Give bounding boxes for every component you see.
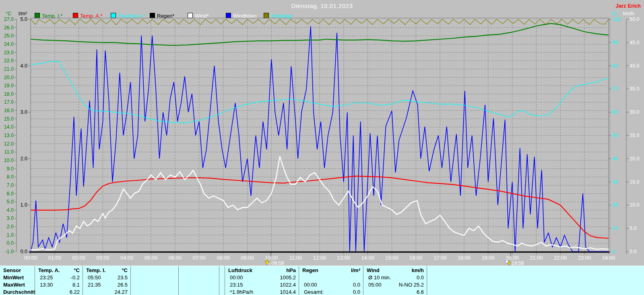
table-column-header xyxy=(427,267,644,274)
x-axis-tick-label: 12:00 xyxy=(313,255,326,261)
stat-time: 13:30 xyxy=(40,282,53,288)
table-cell-row xyxy=(427,282,644,289)
stat-value: -0.2 xyxy=(71,275,80,281)
temp-axis-tick-label: 9.0 xyxy=(7,166,14,172)
table-cell-row xyxy=(179,289,219,295)
windspeed-axis-tick-label: 50.0 xyxy=(630,16,639,22)
stat-value: 0.0 xyxy=(353,289,360,295)
table-cell-row: 23:151022.4 xyxy=(225,282,299,289)
percent-axis-tick-label: 30 xyxy=(612,179,618,185)
temp-axis-tick-label: 13.0 xyxy=(4,133,14,138)
stat-time: 05:00 xyxy=(368,282,382,288)
windspeed-axis-tick-label: 10.0 xyxy=(630,202,639,208)
windspeed-axis-tick-label: 25.0 xyxy=(630,133,639,138)
weather-app-window: Dienstag, 10.01.2023 Jarz Erich °C l/m² … xyxy=(0,0,644,295)
temp-axis-tick-label: 0.0 xyxy=(7,240,14,246)
table-column-empty xyxy=(178,266,219,295)
stat-value: 6.6 xyxy=(417,289,424,295)
stat-time: ^1.9hPa/h xyxy=(230,289,253,295)
stat-value: 1014.4 xyxy=(280,289,296,295)
sensor-name: Luftdruck xyxy=(228,267,252,273)
table-cell-row: ^1.9hPa/h1014.4 xyxy=(225,289,299,295)
table-cell-row: 13:308.1 xyxy=(35,282,83,289)
x-axis-tick-label: 09:00 xyxy=(241,255,254,261)
table-row-label: Durchschnitt xyxy=(0,289,35,295)
table-cell-row: 00:001005.2 xyxy=(225,275,299,281)
stat-value: N-NO 25.2 xyxy=(399,282,424,288)
table-column-temp-i: Temp. I.°C05:5023.521:3526.524.27 xyxy=(83,266,130,295)
temp-axis-tick-label: 6.0 xyxy=(7,191,14,197)
temp-axis-tick-label: 8.0 xyxy=(7,174,14,180)
x-axis-tick-label: 06:00 xyxy=(169,255,182,261)
x-axis-tick-label: 14:00 xyxy=(361,255,374,261)
x-axis-tick-label: 13:00 xyxy=(337,255,351,261)
temp-axis-tick-label: 12.0 xyxy=(4,141,14,147)
temp-axis-tick-label: 20.0 xyxy=(4,75,14,80)
x-axis-tick-label: 21:00 xyxy=(530,255,543,261)
table-cell-row xyxy=(427,275,644,281)
temp-axis-tick-label: 2.0 xyxy=(7,224,14,229)
windspeed-axis-tick-label: 45.0 xyxy=(630,40,639,45)
table-cell-row: 6.6 xyxy=(363,289,427,295)
table-cell-row xyxy=(219,282,225,289)
sensor-name: Temp. I. xyxy=(86,267,105,273)
percent-axis-tick-label: 20 xyxy=(612,202,618,208)
windspeed-axis-tick-label: 0.0 xyxy=(630,249,636,254)
x-axis-tick-label: 23:00 xyxy=(578,255,591,261)
x-axis-tick-label: 19:00 xyxy=(482,255,495,261)
temp-axis-tick-label: 15.0 xyxy=(4,116,14,122)
stat-value: 26.5 xyxy=(118,282,128,288)
sensor-unit: °C xyxy=(74,267,80,273)
gridlines xyxy=(31,19,609,252)
temp-axis-tick-label: 4.0 xyxy=(7,207,14,213)
table-column-wind: Windkm/hØ 10 min.0.005:00N-NO 25.26.6 xyxy=(363,266,427,295)
stat-value: 1022.4 xyxy=(280,282,296,288)
stat-time: 23:15 xyxy=(230,282,243,288)
table-row-label: MinWert xyxy=(0,275,35,281)
windspeed-axis-tick-label: 15.0 xyxy=(630,179,639,185)
temp-axis-tick-label: 25.0 xyxy=(4,33,14,39)
event-marker-time: 19:56 xyxy=(511,260,524,266)
rain-axis-tick-label: 0.0 xyxy=(21,249,27,254)
percent-axis-tick-label: 100 xyxy=(612,16,621,22)
table-column-temp-a: Temp. A.°C23:25-0.213:308.16.22 xyxy=(35,266,83,295)
sensor-name: Regen xyxy=(302,267,318,273)
stat-value: 24.27 xyxy=(114,289,128,295)
stat-time: 05:50 xyxy=(88,275,101,281)
stat-value: 0.0 xyxy=(417,275,424,281)
stat-value: 8.1 xyxy=(72,282,80,288)
x-axis-tick-label: 07:00 xyxy=(193,255,206,261)
sensor-unit: l/m² xyxy=(351,267,360,273)
temp-axis-tick-label: 3.0 xyxy=(7,215,14,221)
stat-time: Gesamt: xyxy=(304,289,324,295)
percent-axis-tick-label: 0 xyxy=(612,249,615,254)
temp-axis-tick-label: 10.0 xyxy=(4,158,14,163)
table-cell-row xyxy=(179,275,219,281)
temp-axis-tick-label: 16.0 xyxy=(4,108,14,113)
table-cell-row xyxy=(179,282,219,289)
table-row-label-column: SensorMinWertMaxWertDurchschnitt xyxy=(0,266,35,295)
table-column-header: LuftdruckhPa xyxy=(225,267,299,274)
temp-axis-tick-label: -1.0 xyxy=(5,249,14,254)
table-column-empty xyxy=(219,266,225,295)
percent-axis-tick-label: 70 xyxy=(612,86,618,92)
x-axis-tick-label: 01:00 xyxy=(48,255,62,261)
temp-axis-tick-label: 1.0 xyxy=(7,232,14,238)
table-column-header xyxy=(219,267,225,274)
percent-axis-tick-label: 10 xyxy=(612,225,618,231)
x-axis-tick-label: 11:00 xyxy=(289,255,302,261)
x-axis-tick-label: 18:00 xyxy=(458,255,471,261)
temp-axis-tick-label: 17.0 xyxy=(4,99,14,105)
temp-axis-tick-label: 22.0 xyxy=(4,58,14,64)
table-cell-row: 00:000.0 xyxy=(299,282,363,289)
stat-value: 6.22 xyxy=(70,289,80,295)
x-axis-tick-label: 03:00 xyxy=(96,255,109,261)
table-cell-row xyxy=(219,289,225,295)
stat-value: 1005.2 xyxy=(280,275,296,281)
sensor-unit: km/h xyxy=(412,267,424,273)
event-marker-time: 09:58 xyxy=(272,260,284,266)
temp-axis-tick-label: 7.0 xyxy=(7,182,14,188)
table-cell-row xyxy=(131,289,178,295)
temp-axis-tick-label: 26.0 xyxy=(4,25,14,31)
table-cell-row xyxy=(219,275,225,281)
